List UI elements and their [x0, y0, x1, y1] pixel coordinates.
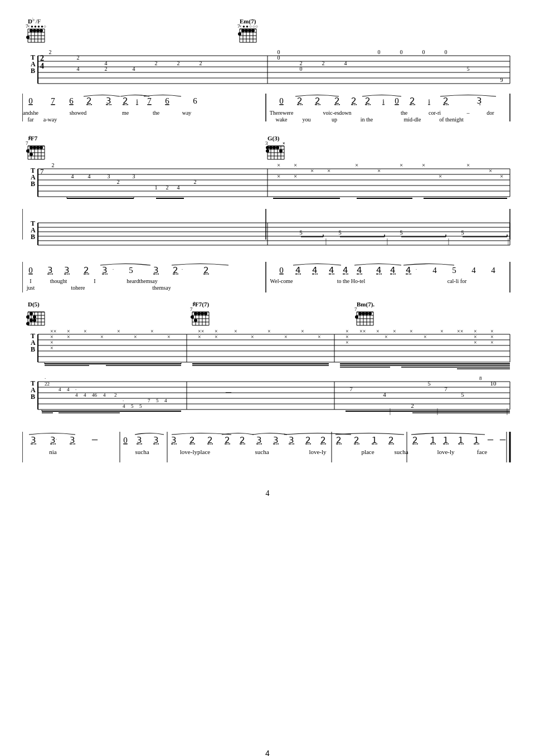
svg-text:love-ly: love-ly: [309, 448, 327, 455]
svg-text:|: |: [390, 407, 391, 415]
svg-text:5: 5: [139, 403, 142, 409]
svg-text:4̣: 4̣: [376, 266, 382, 275]
svg-text:–: –: [466, 110, 470, 116]
svg-text:×: ×: [489, 167, 492, 174]
svg-text:0: 0: [395, 96, 399, 105]
svg-text:4: 4: [88, 173, 91, 179]
svg-point-19: [26, 36, 30, 39]
svg-text:0: 0: [279, 96, 284, 105]
svg-text:3̣: 3̣: [137, 436, 142, 445]
svg-point-316: [204, 312, 207, 315]
svg-point-143: [33, 146, 36, 149]
svg-text:·: ·: [113, 267, 114, 272]
svg-text:5: 5: [299, 229, 303, 236]
svg-text:●: ●: [246, 24, 249, 29]
svg-text:●: ●: [34, 24, 37, 29]
svg-text:0: 0: [378, 49, 381, 55]
svg-text:2: 2: [117, 179, 120, 185]
svg-text:0: 0: [279, 266, 284, 275]
svg-text:4: 4: [177, 184, 180, 191]
svg-text:×: ×: [346, 339, 349, 345]
svg-text:×: ×: [294, 173, 297, 179]
svg-text:3̣: 3̣: [70, 436, 75, 445]
sheet-music-svg: D ♭ /F 7: [22, 11, 513, 735]
page: D ♭ /F 7: [0, 0, 535, 756]
svg-point-42: [251, 29, 255, 32]
svg-text:3̣: 3̣: [273, 436, 279, 445]
svg-point-165: [279, 149, 283, 153]
svg-point-17: [36, 29, 40, 32]
svg-point-296: [33, 315, 36, 319]
svg-text:2: 2: [105, 66, 108, 72]
svg-point-317: [191, 315, 194, 319]
svg-point-161: [266, 146, 269, 149]
svg-text:×: ×: [234, 328, 237, 334]
svg-text:3̣: 3̣: [171, 436, 177, 445]
svg-text:2̣: 2̣: [173, 266, 178, 275]
svg-text:1̣: 1̣: [443, 436, 449, 445]
svg-text:–: –: [487, 433, 494, 445]
svg-text:3: 3: [133, 173, 135, 179]
svg-text:3̣: 3̣: [289, 436, 294, 445]
svg-text:in the: in the: [361, 116, 373, 123]
svg-text:2: 2: [155, 60, 158, 66]
svg-text:4: 4: [471, 266, 476, 275]
svg-text:2̣: 2̣: [365, 96, 371, 105]
svg-text:×: ×: [424, 334, 427, 340]
svg-text:×: ×: [150, 328, 154, 334]
svg-text:×: ×: [310, 167, 314, 174]
svg-text:×: ×: [84, 328, 87, 334]
notation-row-3: 0 3̣ 3̣ 2̣ 3̣ · 5 3̣ 2̣ · 2̣ I thought I…: [22, 262, 510, 292]
svg-text:7: 7: [349, 386, 353, 392]
svg-text:3̣: 3̣: [31, 436, 36, 445]
svg-text:·: ·: [416, 267, 417, 272]
svg-text:B: B: [31, 233, 35, 241]
svg-text:of thenight: of thenight: [439, 116, 464, 123]
svg-text:×: ×: [500, 173, 503, 179]
svg-text:○: ○: [249, 24, 252, 29]
svg-text:4: 4: [71, 173, 74, 179]
svg-text:4: 4: [77, 66, 80, 72]
svg-text:×: ×: [327, 167, 330, 174]
svg-text:·: ·: [75, 387, 76, 392]
svg-text:2̣: 2̣: [207, 436, 213, 445]
svg-text:i: i: [136, 97, 138, 105]
svg-text:×: ×: [466, 162, 470, 168]
svg-text:me: me: [122, 110, 129, 116]
svg-text:1̣: 1̣: [474, 436, 479, 445]
svg-text:4: 4: [123, 403, 125, 409]
svg-text:♯F7: ♯F7: [28, 135, 38, 142]
svg-text:4: 4: [164, 398, 167, 403]
svg-text:×: ×: [277, 173, 280, 179]
svg-text:♯F7(7): ♯F7(7): [192, 301, 209, 308]
svg-text:8: 8: [479, 375, 482, 381]
svg-text:4: 4: [103, 392, 106, 398]
svg-text:2̣: 2̣: [351, 96, 357, 105]
svg-point-142: [30, 146, 33, 149]
svg-text:a-way: a-way: [43, 116, 57, 123]
svg-text:5: 5: [452, 266, 456, 275]
svg-text:dor: dor: [487, 110, 494, 116]
svg-text:×: ×: [268, 328, 271, 334]
svg-text:–: –: [225, 386, 232, 398]
svg-text:2̣: 2̣: [410, 96, 415, 105]
svg-text:2̣: 2̣: [86, 96, 92, 105]
page-number-display: 4: [22, 749, 513, 756]
svg-text:×: ×: [167, 334, 171, 340]
svg-text:cor-ri: cor-ri: [429, 110, 441, 116]
svg-text:5: 5: [338, 229, 342, 236]
svg-text:6: 6: [193, 96, 197, 105]
svg-text:nia: nia: [49, 448, 57, 455]
svg-text:4̣: 4̣: [343, 266, 348, 275]
svg-text:×: ×: [134, 334, 137, 340]
svg-text:just: just: [26, 285, 35, 291]
svg-text:4̣: 4̣: [295, 266, 301, 275]
svg-text:2̣: 2̣: [334, 96, 340, 105]
notation-row-1: 0 7 6 2̣ 3̣ 2̣ i 7 6 6 andshe showed me: [22, 94, 510, 123]
svg-text:far: far: [27, 116, 34, 123]
svg-point-297: [30, 319, 33, 322]
svg-text:3̣: 3̣: [153, 436, 159, 445]
svg-text:i: i: [428, 97, 430, 105]
svg-point-146: [26, 149, 30, 153]
svg-text:3̣: 3̣: [106, 96, 111, 105]
